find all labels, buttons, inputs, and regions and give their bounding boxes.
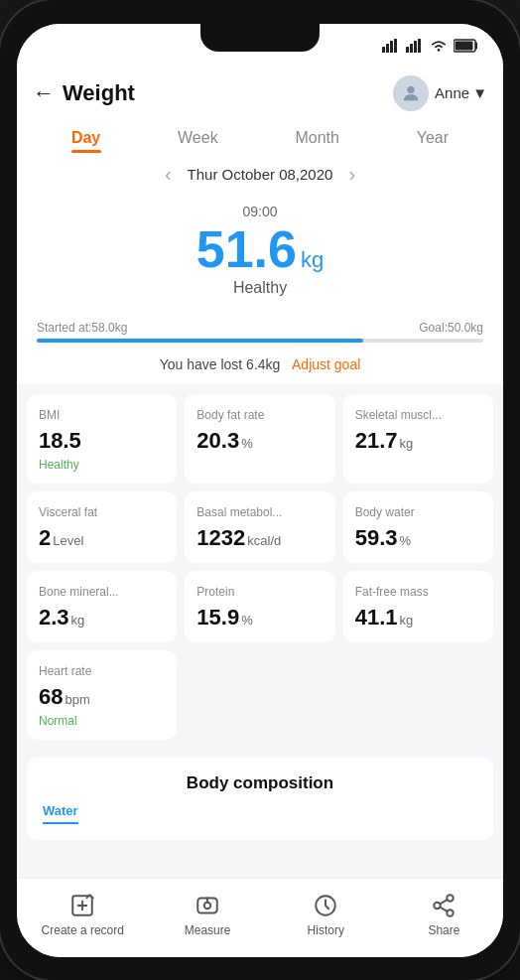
nav-create[interactable]: Create a record: [42, 892, 124, 937]
nav-history[interactable]: History: [291, 892, 360, 937]
signal-icon2: [406, 39, 424, 53]
tab-week[interactable]: Week: [166, 123, 230, 153]
start-label: Started at:58.0kg: [37, 321, 127, 335]
user-name[interactable]: Anne ▼: [435, 84, 487, 101]
back-button[interactable]: ←: [33, 80, 55, 106]
svg-rect-0: [382, 47, 385, 53]
metric-heart-rate: Heart rate 68 bpm Normal: [27, 650, 177, 740]
battery-icon: [454, 39, 479, 53]
metric-body-fat-unit: %: [241, 436, 253, 451]
weight-unit: kg: [301, 247, 324, 273]
metric-fat-free-name: Fat-free mass: [355, 585, 481, 599]
metric-basal-name: Basal metabol...: [196, 505, 323, 519]
metric-body-water: Body water 59.3 %: [343, 491, 493, 563]
adjust-goal-button[interactable]: Adjust goal: [292, 356, 360, 372]
svg-rect-4: [406, 47, 409, 53]
metric-bmi: BMI 18.5 Healthy: [27, 394, 177, 484]
metric-fat-free-value: 41.1: [355, 605, 398, 630]
metric-bone-value: 2.3: [39, 605, 69, 630]
nav-share-label: Share: [428, 923, 459, 937]
nav-measure-label: Measure: [185, 923, 231, 937]
metric-heart-rate-unit: bpm: [65, 692, 89, 707]
share-icon: [430, 892, 457, 919]
metric-heart-rate-name: Heart rate: [39, 664, 165, 678]
page-title: Weight: [63, 80, 393, 106]
measure-icon: [194, 892, 221, 919]
prev-date-button[interactable]: ‹: [165, 163, 172, 186]
metric-bmi-value: 18.5: [39, 428, 81, 454]
signal-icon: [382, 39, 400, 53]
svg-rect-7: [418, 39, 421, 53]
progress-labels: Started at:58.0kg Goal:50.0kg: [37, 321, 483, 335]
wifi-icon: [430, 39, 448, 53]
weight-number: 51.6: [196, 223, 297, 275]
measurement-time: 09:00: [242, 204, 277, 219]
metric-bone: Bone mineral... 2.3 kg: [27, 571, 177, 642]
metric-heart-rate-status: Normal: [39, 714, 165, 728]
phone-screen: 8:08: [17, 24, 503, 957]
metric-basal-value: 1232: [196, 525, 245, 551]
metric-fat-free: Fat-free mass 41.1 kg: [343, 571, 493, 642]
weight-status: Healthy: [233, 279, 287, 297]
metric-basal: Basal metabol... 1232 kcal/d: [185, 491, 334, 563]
weight-value-display: 51.6 kg: [196, 223, 324, 275]
notch: [200, 24, 320, 52]
metric-basal-unit: kcal/d: [247, 533, 281, 548]
svg-rect-1: [386, 44, 389, 53]
tab-day[interactable]: Day: [60, 123, 112, 153]
metric-body-fat-value: 20.3: [196, 428, 239, 454]
goal-label: Goal:50.0kg: [419, 321, 483, 335]
metric-skeletal-unit: kg: [399, 436, 413, 451]
svg-line-21: [441, 900, 448, 904]
metric-bmi-status: Healthy: [39, 458, 165, 472]
body-composition-section: Body composition Water: [27, 758, 493, 840]
svg-rect-6: [414, 41, 417, 53]
nav-measure[interactable]: Measure: [173, 892, 242, 937]
progress-bar: [37, 339, 483, 343]
date-navigation: ‹ Thur October 08,2020 ›: [17, 153, 503, 196]
metric-heart-rate-value: 68: [39, 684, 63, 710]
nav-history-label: History: [308, 923, 344, 937]
metric-bone-unit: kg: [71, 613, 85, 628]
svg-point-10: [407, 85, 414, 92]
metric-body-water-name: Body water: [355, 505, 481, 519]
lost-text-section: You have lost 6.4kg Adjust goal: [17, 349, 503, 384]
svg-rect-5: [410, 44, 413, 53]
progress-bar-fill: [37, 339, 363, 343]
metric-skeletal-value: 21.7: [355, 428, 398, 454]
metric-bone-name: Bone mineral...: [39, 585, 165, 599]
body-comp-subtitle: Water: [43, 803, 78, 824]
svg-rect-2: [390, 41, 393, 53]
status-right: [382, 39, 479, 53]
lost-amount: You have lost 6.4kg: [160, 356, 281, 372]
body-comp-title: Body composition: [43, 773, 477, 793]
create-icon: [68, 892, 96, 919]
metric-body-water-unit: %: [399, 533, 411, 548]
metric-protein: Protein 15.9 %: [185, 571, 334, 642]
weight-section: 09:00 51.6 kg Healthy: [17, 196, 503, 313]
metric-protein-name: Protein: [196, 585, 323, 599]
metric-fat-free-unit: kg: [399, 613, 413, 628]
metric-skeletal: Skeletal muscl... 21.7 kg: [343, 394, 493, 484]
svg-rect-3: [394, 39, 397, 53]
metrics-grid: BMI 18.5 Healthy Body fat rate 20.3 % Sk…: [17, 384, 503, 750]
metric-skeletal-name: Skeletal muscl...: [355, 408, 481, 422]
svg-rect-9: [455, 41, 473, 50]
metric-bmi-name: BMI: [39, 408, 165, 422]
history-icon: [312, 892, 339, 919]
tab-year[interactable]: Year: [405, 123, 460, 153]
avatar: [393, 75, 429, 111]
phone-frame: 8:08: [0, 0, 520, 980]
svg-line-20: [441, 908, 448, 911]
metric-body-fat-name: Body fat rate: [196, 408, 323, 422]
progress-section: Started at:58.0kg Goal:50.0kg: [17, 313, 503, 349]
metric-body-water-value: 59.3: [355, 525, 398, 551]
next-date-button[interactable]: ›: [348, 163, 355, 186]
scroll-area: ‹ Thur October 08,2020 › 09:00 51.6 kg H…: [17, 153, 503, 878]
app-header: ← Weight Anne ▼: [17, 68, 503, 119]
tab-month[interactable]: Month: [283, 123, 350, 153]
metric-visceral: Visceral fat 2 Level: [27, 491, 177, 563]
metric-visceral-value: 2: [39, 525, 51, 551]
tab-bar: Day Week Month Year: [17, 119, 503, 153]
nav-share[interactable]: Share: [409, 892, 478, 937]
